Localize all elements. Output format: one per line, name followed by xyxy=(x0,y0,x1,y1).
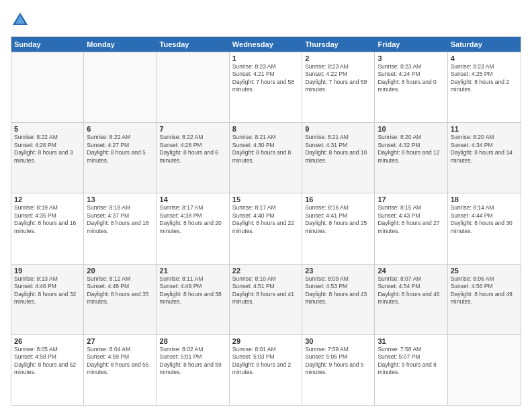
day-number: 13 xyxy=(87,195,153,203)
calendar-cell: 8Sunrise: 8:21 AMSunset: 4:30 PMDaylight… xyxy=(230,123,302,193)
cell-info: Sunrise: 8:21 AMSunset: 4:30 PMDaylight:… xyxy=(232,134,299,165)
cell-info: Sunrise: 8:20 AMSunset: 4:34 PMDaylight:… xyxy=(451,134,518,165)
day-number: 28 xyxy=(160,337,226,345)
calendar-cell: 5Sunrise: 8:22 AMSunset: 4:26 PMDaylight… xyxy=(11,123,84,193)
cell-info: Sunrise: 8:23 AMSunset: 4:22 PMDaylight:… xyxy=(305,63,371,94)
calendar-cell: 12Sunrise: 8:19 AMSunset: 4:35 PMDayligh… xyxy=(11,193,84,263)
day-number: 11 xyxy=(451,125,518,133)
calendar-cell: 22Sunrise: 8:10 AMSunset: 4:51 PMDayligh… xyxy=(230,265,302,334)
cell-info: Sunrise: 8:22 AMSunset: 4:27 PMDaylight:… xyxy=(87,134,153,165)
logo xyxy=(11,11,32,30)
day-number: 25 xyxy=(451,267,518,275)
cell-info: Sunrise: 8:06 AMSunset: 4:56 PMDaylight:… xyxy=(451,275,518,306)
cell-info: Sunrise: 8:07 AMSunset: 4:54 PMDaylight:… xyxy=(378,275,444,306)
calendar-cell: 20Sunrise: 8:12 AMSunset: 4:48 PMDayligh… xyxy=(84,265,157,334)
day-number: 16 xyxy=(305,195,371,203)
calendar-cell: 9Sunrise: 8:21 AMSunset: 4:31 PMDaylight… xyxy=(302,123,375,193)
calendar-row: 5Sunrise: 8:22 AMSunset: 4:26 PMDaylight… xyxy=(11,122,521,193)
header-day: Wednesday xyxy=(230,37,302,52)
calendar-cell: 7Sunrise: 8:22 AMSunset: 4:28 PMDaylight… xyxy=(157,123,230,193)
calendar-row: 12Sunrise: 8:19 AMSunset: 4:35 PMDayligh… xyxy=(11,193,521,263)
day-number: 8 xyxy=(232,125,299,133)
header-day: Sunday xyxy=(11,37,84,52)
day-number: 7 xyxy=(160,125,226,133)
day-number: 4 xyxy=(451,54,518,62)
day-number: 9 xyxy=(305,125,371,133)
day-number: 17 xyxy=(378,195,444,203)
cell-info: Sunrise: 8:20 AMSunset: 4:32 PMDaylight:… xyxy=(378,134,444,165)
day-number: 20 xyxy=(87,267,153,275)
header xyxy=(11,11,521,30)
day-number: 10 xyxy=(378,125,444,133)
calendar-cell: 15Sunrise: 8:17 AMSunset: 4:40 PMDayligh… xyxy=(230,193,302,263)
calendar-cell xyxy=(11,52,84,122)
logo-icon xyxy=(11,11,30,30)
cell-info: Sunrise: 8:04 AMSunset: 4:59 PMDaylight:… xyxy=(87,346,153,377)
calendar-cell xyxy=(448,335,521,405)
day-number: 23 xyxy=(305,267,371,275)
cell-info: Sunrise: 8:11 AMSunset: 4:49 PMDaylight:… xyxy=(160,275,226,306)
calendar-cell: 29Sunrise: 8:01 AMSunset: 5:03 PMDayligh… xyxy=(230,335,302,405)
header-day: Thursday xyxy=(302,37,375,52)
header-day: Monday xyxy=(84,37,157,52)
calendar-cell: 17Sunrise: 8:15 AMSunset: 4:43 PMDayligh… xyxy=(375,193,447,263)
cell-info: Sunrise: 8:05 AMSunset: 4:58 PMDaylight:… xyxy=(14,346,81,377)
day-number: 19 xyxy=(14,267,81,275)
calendar-cell: 28Sunrise: 8:02 AMSunset: 5:01 PMDayligh… xyxy=(157,335,230,405)
cell-info: Sunrise: 8:12 AMSunset: 4:48 PMDaylight:… xyxy=(87,275,153,306)
cell-info: Sunrise: 8:09 AMSunset: 4:53 PMDaylight:… xyxy=(305,275,371,306)
calendar-cell: 13Sunrise: 8:18 AMSunset: 4:37 PMDayligh… xyxy=(84,193,157,263)
day-number: 29 xyxy=(232,337,299,345)
cell-info: Sunrise: 8:19 AMSunset: 4:35 PMDaylight:… xyxy=(14,204,81,235)
cell-info: Sunrise: 8:14 AMSunset: 4:44 PMDaylight:… xyxy=(451,204,518,235)
calendar-row: 1Sunrise: 8:23 AMSunset: 4:21 PMDaylight… xyxy=(11,52,521,122)
cell-info: Sunrise: 8:22 AMSunset: 4:28 PMDaylight:… xyxy=(160,134,226,165)
calendar-cell: 1Sunrise: 8:23 AMSunset: 4:21 PMDaylight… xyxy=(230,52,302,122)
calendar-cell: 4Sunrise: 8:23 AMSunset: 4:25 PMDaylight… xyxy=(448,52,521,122)
cell-info: Sunrise: 8:23 AMSunset: 4:24 PMDaylight:… xyxy=(378,63,444,94)
calendar-cell xyxy=(157,52,230,122)
calendar-cell: 14Sunrise: 8:17 AMSunset: 4:38 PMDayligh… xyxy=(157,193,230,263)
day-number: 21 xyxy=(160,267,226,275)
day-number: 2 xyxy=(305,54,371,62)
day-number: 26 xyxy=(14,337,81,345)
calendar-cell: 27Sunrise: 8:04 AMSunset: 4:59 PMDayligh… xyxy=(84,335,157,405)
cell-info: Sunrise: 8:22 AMSunset: 4:26 PMDaylight:… xyxy=(14,134,81,165)
calendar-cell: 3Sunrise: 8:23 AMSunset: 4:24 PMDaylight… xyxy=(375,52,447,122)
day-number: 31 xyxy=(378,337,444,345)
calendar-cell: 23Sunrise: 8:09 AMSunset: 4:53 PMDayligh… xyxy=(302,265,375,334)
cell-info: Sunrise: 8:01 AMSunset: 5:03 PMDaylight:… xyxy=(232,346,299,377)
day-number: 1 xyxy=(232,54,299,62)
cell-info: Sunrise: 8:10 AMSunset: 4:51 PMDaylight:… xyxy=(232,275,299,306)
day-number: 3 xyxy=(378,54,444,62)
day-number: 14 xyxy=(160,195,226,203)
calendar-cell: 18Sunrise: 8:14 AMSunset: 4:44 PMDayligh… xyxy=(448,193,521,263)
cell-info: Sunrise: 8:21 AMSunset: 4:31 PMDaylight:… xyxy=(305,134,371,165)
cell-info: Sunrise: 8:23 AMSunset: 4:21 PMDaylight:… xyxy=(232,63,299,94)
calendar-cell: 10Sunrise: 8:20 AMSunset: 4:32 PMDayligh… xyxy=(375,123,447,193)
day-number: 30 xyxy=(305,337,371,345)
calendar-cell: 16Sunrise: 8:16 AMSunset: 4:41 PMDayligh… xyxy=(302,193,375,263)
day-number: 12 xyxy=(14,195,81,203)
cell-info: Sunrise: 8:02 AMSunset: 5:01 PMDaylight:… xyxy=(160,346,226,377)
calendar: SundayMondayTuesdayWednesdayThursdayFrid… xyxy=(11,36,521,406)
calendar-cell xyxy=(84,52,157,122)
day-number: 6 xyxy=(87,125,153,133)
calendar-cell: 19Sunrise: 8:13 AMSunset: 4:46 PMDayligh… xyxy=(11,265,84,334)
cell-info: Sunrise: 8:15 AMSunset: 4:43 PMDaylight:… xyxy=(378,204,444,235)
cell-info: Sunrise: 8:23 AMSunset: 4:25 PMDaylight:… xyxy=(451,63,518,94)
day-number: 18 xyxy=(451,195,518,203)
calendar-cell: 2Sunrise: 8:23 AMSunset: 4:22 PMDaylight… xyxy=(302,52,375,122)
page: SundayMondayTuesdayWednesdayThursdayFrid… xyxy=(0,0,532,411)
day-number: 5 xyxy=(14,125,81,133)
cell-info: Sunrise: 8:17 AMSunset: 4:40 PMDaylight:… xyxy=(232,204,299,235)
header-day: Saturday xyxy=(448,37,521,52)
day-number: 27 xyxy=(87,337,153,345)
cell-info: Sunrise: 8:16 AMSunset: 4:41 PMDaylight:… xyxy=(305,204,371,235)
calendar-body: 1Sunrise: 8:23 AMSunset: 4:21 PMDaylight… xyxy=(11,52,521,405)
calendar-header: SundayMondayTuesdayWednesdayThursdayFrid… xyxy=(11,37,521,52)
calendar-cell: 24Sunrise: 8:07 AMSunset: 4:54 PMDayligh… xyxy=(375,265,447,334)
calendar-cell: 26Sunrise: 8:05 AMSunset: 4:58 PMDayligh… xyxy=(11,335,84,405)
header-day: Tuesday xyxy=(157,37,230,52)
calendar-row: 26Sunrise: 8:05 AMSunset: 4:58 PMDayligh… xyxy=(11,334,521,405)
